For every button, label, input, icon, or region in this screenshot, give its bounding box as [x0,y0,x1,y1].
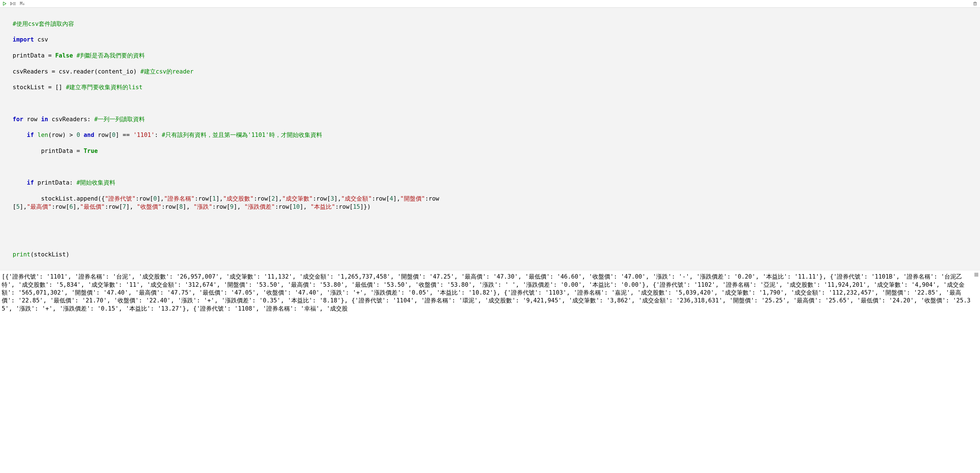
code-text: :row[ [212,203,230,210]
code-line: printData = True [13,147,980,155]
code-text: printData = [13,52,55,59]
indent [13,195,41,202]
code-cell[interactable]: #使用csv套件讀取內容 import csv printData = Fals… [0,8,980,270]
code-line: stockList = [] #建立專門要收集資料的list [13,83,980,91]
number: 15 [353,203,360,210]
code-text: stockList.append({ [41,195,105,202]
string: "本益比" [310,203,335,210]
code-text: ]}) [360,203,371,210]
code-text: :row[ [52,203,69,210]
code-line: if printData: #開始收集資料 [13,179,980,187]
string: "收盤價" [137,203,161,210]
cell-toolbar: M↓ [0,0,980,8]
code-text: printData = [41,148,84,154]
string: "最高價" [27,203,52,210]
output-text: [{'證券代號': '1101', '證券名稱': '台泥', '成交股數': … [2,273,973,313]
keyword: if [27,179,34,186]
comment-text: #一列一列讀取資料 [94,116,145,122]
svg-marker-0 [3,2,6,5]
keyword: and [84,132,94,138]
code-text: csvReaders: [48,116,94,122]
string: "漲跌" [193,203,212,210]
code-text: ], [334,195,341,202]
code-text: (stockList) [30,251,69,258]
code-text [34,132,38,138]
number: 0 [76,132,80,138]
code-line [13,163,980,171]
builtin: len [38,132,48,138]
code-line: printData = False #判斷是否為我們要的資料 [13,52,980,59]
delete-cell-button[interactable] [973,2,977,6]
code-text: :row[ [254,195,271,202]
step-icon [10,2,16,6]
code-line: #使用csv套件讀取內容 [13,20,980,28]
code-text: ], [234,203,244,210]
number: 6 [69,203,73,210]
code-text: :row[ [313,195,330,202]
number: 10 [293,203,300,210]
code-text: ], [157,195,164,202]
number: 8 [179,203,183,210]
code-text: ], [275,195,282,202]
number: 7 [123,203,126,210]
code-text: :row[ [135,195,153,202]
indent [13,132,27,138]
code-line: if len(row) > 0 and row[0] == '1101': #只… [13,131,980,139]
code-line: import csv [13,36,980,43]
code-text [80,132,84,138]
module-name: csv [34,36,48,43]
string: "成交股數" [223,195,254,202]
indent [13,148,41,154]
run-cell-button[interactable] [3,2,6,6]
code-text: ], [393,195,400,202]
code-line [13,99,980,107]
string: "開盤價" [400,195,425,202]
code-text: :row[ [161,203,179,210]
code-text: : [154,132,162,138]
keyword: False [55,52,73,59]
code-text: [ [13,203,16,210]
keyword: import [13,36,34,43]
play-icon [3,2,6,6]
svg-marker-1 [11,2,12,5]
code-line [13,235,980,242]
string: "證券代號" [105,195,135,202]
keyword: in [41,116,48,122]
run-by-line-button[interactable] [10,2,16,6]
code-line [13,219,980,226]
string: "漲跌價差" [244,203,275,210]
keyword: True [84,148,98,154]
string: "成交筆數" [282,195,313,202]
string: "最低價" [80,203,105,210]
code-text: :row[ [195,195,212,202]
code-line: stockList.append({"證券代號":row[0],"證券名稱":r… [13,195,980,211]
builtin: print [13,251,30,258]
code-line: print(stockList) [13,251,980,259]
toolbar-left: M↓ [3,1,25,6]
code-text: row[ [94,132,112,138]
code-text: :row [425,195,439,202]
code-text: printData: [34,179,76,186]
comment-text: #建立csv的reader [140,68,193,75]
code-text: ], [20,203,27,210]
code-text: ], [216,195,223,202]
number: 3 [331,195,334,202]
comment-text: #使用csv套件讀取內容 [13,21,74,27]
string: "證券名稱" [164,195,194,202]
keyword: for [13,116,23,122]
number: 0 [153,195,157,202]
code-text: stockList = [] [13,84,66,90]
comment-text: #只有該列有資料，並且第一欄為'1101'時，才開始收集資料 [162,132,322,138]
code-text: csvReaders = csv.reader(content_io) [13,68,140,75]
markdown-button[interactable]: M↓ [20,1,25,6]
indent [13,179,27,186]
number: 4 [390,195,393,202]
code-text: ] == [116,132,133,138]
number: 1 [212,195,216,202]
string: '1101' [133,132,154,138]
trash-icon [973,2,977,6]
code-text [73,52,76,59]
code-text: (row) > [48,132,76,138]
scrollbar-thumb[interactable] [974,273,978,277]
keyword: if [27,132,34,138]
